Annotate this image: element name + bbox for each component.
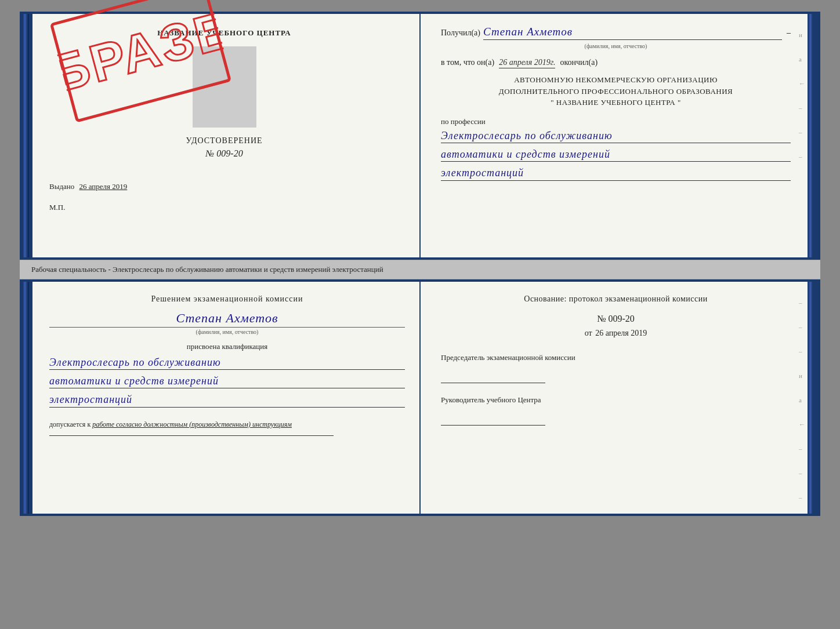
issued-line: Выдано 26 апреля 2019 [49,182,399,191]
number-prefix: № [597,314,606,323]
doc-bottom-right-content: Основание: протокол экзаменационной коми… [441,293,791,426]
cert-type: УДОСТОВЕРЕНИЕ [49,136,399,146]
recipient-line: Получил(а) Степан Ахметов – [441,26,791,40]
doc-right-panel: Получил(а) Степан Ахметов – (фамилия, им… [421,14,818,257]
profession-label: по профессии [441,117,791,126]
spine-right [808,14,818,257]
org-line1: АВТОНОМНУЮ НЕКОММЕРЧЕСКУЮ ОРГАНИЗАЦИЮ [441,74,791,86]
qualif-line2: автоматики и средств измерений [49,375,405,388]
leader-signature-line [441,414,545,426]
protocol-date-line: от 26 апреля 2019 [441,329,791,338]
confirm-date: 26 апреля 2019г. [499,58,555,68]
doc-top: НАЗВАНИЕ УЧЕБНОГО ЦЕНТРА ОБРАЗЕЦ [20,12,820,260]
osnov-title: Основание: протокол экзаменационной коми… [441,293,791,305]
fio-label-bottom: (фамилия, имя, отчество) [49,327,405,335]
issued-label: Выдано [49,182,74,191]
protocol-number: 009-20 [608,314,634,323]
assigned-label: присвоена квалификация [49,342,405,351]
mp-label: М.П. [49,203,399,212]
stamp-container: ОБРАЗЕЦ [49,46,399,128]
profession-line1: Электрослесарь по обслуживанию [441,129,791,143]
confirm-line: в том, что он(а) 26 апреля 2019г. окончи… [441,58,791,68]
photo-placeholder [193,46,256,128]
doc-left-panel: НАЗВАНИЕ УЧЕБНОГО ЦЕНТРА ОБРАЗЕЦ [22,14,421,257]
person-name: Степан Ахметов [49,311,405,326]
bottom-signature-line [49,435,334,436]
qualif-line3: электростанций [49,393,405,407]
chairman-block: Председатель экзаменационной комиссии [441,352,791,383]
chairman-signature-line [441,372,545,383]
allowed-block: допускается к работе согласно должностны… [49,419,405,430]
leader-title: Руководитель учебного Центра [441,395,791,405]
document-wrapper: НАЗВАНИЕ УЧЕБНОГО ЦЕНТРА ОБРАЗЕЦ [20,12,820,516]
separator-text: Рабочая специальность - Электрослесарь п… [31,265,383,274]
recipient-name: Степан Ахметов [483,26,782,40]
org-line2: ДОПОЛНИТЕЛЬНОГО ПРОФЕССИОНАЛЬНОГО ОБРАЗО… [441,86,791,97]
confirm-suffix: окончил(а) [560,58,598,67]
commission-title: Решением экзаменационной комиссии [49,293,405,305]
leader-block: Руководитель учебного Центра [441,395,791,426]
doc-bottom: Решением экзаменационной комиссии Степан… [20,279,820,516]
cert-info: УДОСТОВЕРЕНИЕ № 009-20 [49,136,399,159]
profession-line2: автоматики и средств измерений [441,148,791,162]
org-name: АВТОНОМНУЮ НЕКОММЕРЧЕСКУЮ ОРГАНИЗАЦИЮ ДО… [441,74,791,108]
cert-number: № 009-20 [49,148,399,159]
side-chars-top: и а ← – – – [799,31,805,160]
protocol-date: 26 апреля 2019 [595,329,647,337]
allowed-text: работе согласно должностным (производств… [92,420,292,428]
doc-bottom-left: Решением экзаменационной комиссии Степан… [22,282,421,514]
chairman-title: Председатель экзаменационной комиссии [441,352,791,363]
date-prefix: от [585,329,592,337]
confirm-text: в том, что он(а) [441,58,494,67]
doc-right-content: Получил(а) Степан Ахметов – (фамилия, им… [441,26,791,181]
org-line3: " НАЗВАНИЕ УЧЕБНОГО ЦЕНТРА " [441,97,791,108]
recipient-label: Получил(а) [441,28,480,38]
school-name-header: НАЗВАНИЕ УЧЕБНОГО ЦЕНТРА [49,28,399,38]
fio-label-top: (фамилия, имя, отчество) [441,43,791,49]
allowed-label: допускается к [49,420,90,428]
doc-left-content: НАЗВАНИЕ УЧЕБНОГО ЦЕНТРА ОБРАЗЕЦ [49,28,399,212]
doc-bottom-left-content: Решением экзаменационной комиссии Степан… [49,293,405,436]
issued-date: 26 апреля 2019 [79,182,128,191]
spine-bottom-right [808,282,818,514]
profession-line3: электростанций [441,166,791,180]
doc-bottom-right: Основание: протокол экзаменационной коми… [421,282,818,514]
separator-area: Рабочая специальность - Электрослесарь п… [20,260,820,279]
spine-bottom-left [22,282,32,514]
spine-left [22,14,32,257]
side-chars-bottom: – – – и а ← – – – [799,299,805,501]
protocol-number-line: № 009-20 [441,314,791,324]
qualif-line1: Электрослесарь по обслуживанию [49,356,405,370]
